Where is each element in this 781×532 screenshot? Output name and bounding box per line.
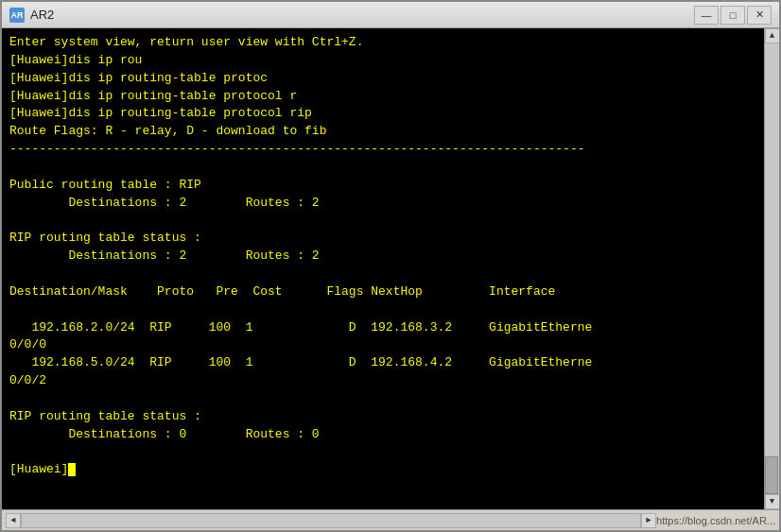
minimize-button[interactable]: — [694, 6, 719, 25]
maximize-button[interactable]: □ [720, 6, 745, 25]
terminal-output[interactable]: Enter system view, return user view with… [2, 28, 764, 509]
scroll-track[interactable] [765, 43, 779, 494]
scroll-right-arrow[interactable]: ► [641, 513, 656, 528]
window-controls: — □ ✕ [694, 6, 772, 25]
app-icon: AR [9, 8, 25, 23]
app-icon-label: AR [11, 10, 24, 20]
scroll-up-arrow[interactable]: ▲ [765, 28, 780, 43]
window-title: AR2 [30, 8, 694, 22]
title-bar: AR AR2 — □ ✕ [2, 2, 779, 28]
main-window: AR AR2 — □ ✕ Enter system view, return u… [0, 0, 781, 532]
vertical-scrollbar[interactable]: ▲ ▼ [764, 28, 779, 509]
scroll-thumb[interactable] [765, 456, 778, 494]
status-bar: ◄ ► https://blog.csdn.net/AR... [2, 509, 779, 530]
horizontal-scroll-track[interactable] [21, 513, 641, 528]
terminal-area: Enter system view, return user view with… [2, 28, 779, 509]
status-url: https://blog.csdn.net/AR... [656, 515, 775, 526]
terminal-cursor [68, 463, 76, 476]
close-button[interactable]: ✕ [747, 6, 772, 25]
scroll-left-arrow[interactable]: ◄ [6, 513, 21, 528]
scroll-down-arrow[interactable]: ▼ [765, 494, 780, 509]
